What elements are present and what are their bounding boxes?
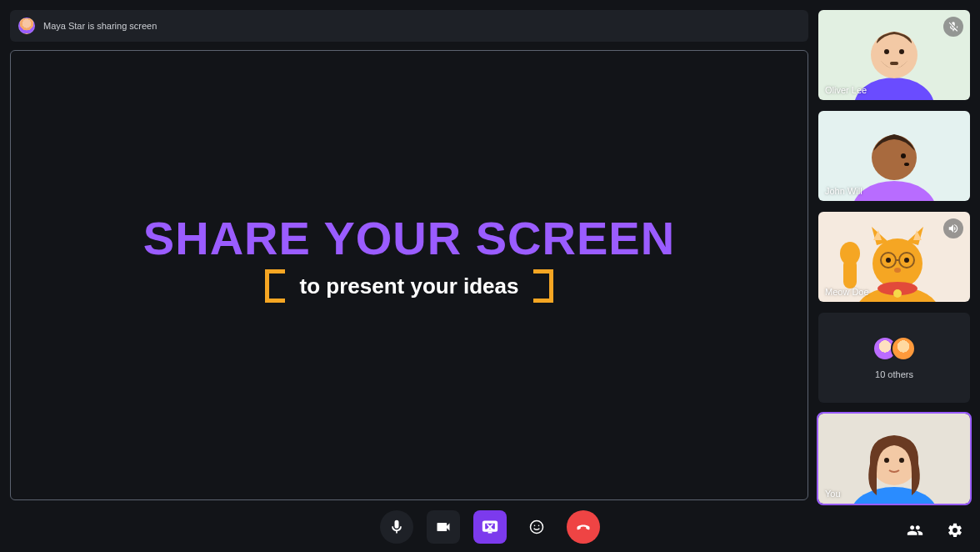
speaking-icon — [943, 218, 963, 238]
microphone-icon — [388, 519, 405, 535]
participant-tile-john[interactable]: John Will — [818, 111, 970, 201]
svg-point-24 — [899, 458, 904, 463]
stop-share-button[interactable] — [473, 510, 507, 544]
settings-button[interactable] — [942, 517, 968, 544]
right-controls — [902, 517, 968, 544]
svg-rect-20 — [843, 258, 857, 289]
svg-point-27 — [534, 525, 536, 527]
camera-icon — [435, 519, 452, 535]
svg-point-6 — [872, 135, 917, 180]
participant-name-label: Meow Doe — [825, 287, 869, 297]
svg-rect-25 — [488, 532, 492, 534]
svg-point-7 — [901, 153, 906, 158]
shared-screen-stage: SHARE YOUR SCREEN to present your ideas — [10, 50, 808, 500]
microphone-button[interactable] — [380, 510, 413, 544]
hangup-icon — [575, 519, 592, 535]
shared-slide-title: SHARE YOUR SCREEN — [143, 214, 675, 263]
reactions-button[interactable] — [520, 510, 553, 544]
svg-point-16 — [894, 268, 901, 273]
svg-point-1 — [871, 32, 918, 78]
smile-icon — [528, 519, 545, 535]
svg-point-8 — [904, 163, 909, 166]
svg-point-21 — [851, 487, 938, 504]
participant-name-label: Oliver Lee — [825, 85, 867, 95]
participant-name-label: You — [825, 489, 841, 499]
stacked-avatar — [891, 336, 916, 361]
svg-point-28 — [538, 525, 540, 527]
bracket-left-icon — [265, 269, 285, 303]
svg-point-23 — [884, 458, 889, 463]
others-count-label: 10 others — [875, 369, 913, 379]
bracket-right-icon — [533, 269, 553, 303]
mic-off-icon — [943, 17, 963, 37]
participants-sidebar: Oliver Lee John Will — [818, 10, 970, 504]
svg-point-5 — [852, 181, 936, 201]
participant-tile-meow[interactable]: Meow Doe — [818, 212, 970, 302]
presenter-avatar — [18, 18, 35, 34]
present-screen-icon — [482, 519, 498, 535]
people-icon — [907, 522, 923, 539]
svg-point-14 — [886, 258, 891, 263]
participant-tile-self[interactable]: You — [818, 414, 970, 504]
svg-point-10 — [872, 238, 922, 289]
presenter-status-text: Maya Star is sharing screen — [43, 21, 157, 31]
avatar-self — [818, 414, 970, 504]
shared-slide-subtitle: to present your ideas — [300, 273, 519, 299]
screen-share-notice: Maya Star is sharing screen — [10, 10, 808, 42]
others-avatar-stack — [872, 336, 916, 361]
end-call-button[interactable] — [567, 510, 600, 544]
camera-button[interactable] — [427, 510, 460, 544]
shared-slide-subtitle-row: to present your ideas — [265, 269, 554, 303]
gear-icon — [947, 522, 963, 539]
svg-point-15 — [904, 258, 909, 263]
svg-point-3 — [884, 49, 889, 54]
participant-name-label: John Will — [825, 186, 862, 196]
others-tile[interactable]: 10 others — [818, 313, 970, 403]
svg-point-26 — [531, 521, 543, 534]
participant-tile-oliver[interactable]: Oliver Lee — [818, 10, 970, 100]
svg-point-4 — [899, 49, 904, 54]
svg-rect-2 — [890, 62, 898, 65]
participants-button[interactable] — [902, 517, 928, 544]
svg-point-18 — [893, 289, 902, 298]
call-controls-bar — [0, 510, 980, 544]
